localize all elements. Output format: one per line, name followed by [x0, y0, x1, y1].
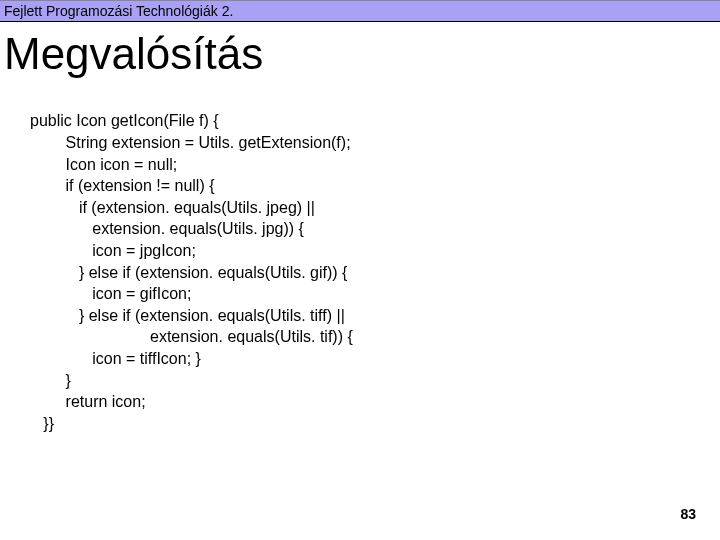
page-number: 83	[680, 506, 696, 522]
slide-title: Megvalósítás	[0, 22, 720, 90]
course-title: Fejlett Programozási Technológiák 2.	[4, 3, 233, 19]
header-bar: Fejlett Programozási Technológiák 2.	[0, 0, 720, 22]
code-block: public Icon getIcon(File f) { String ext…	[0, 90, 720, 434]
